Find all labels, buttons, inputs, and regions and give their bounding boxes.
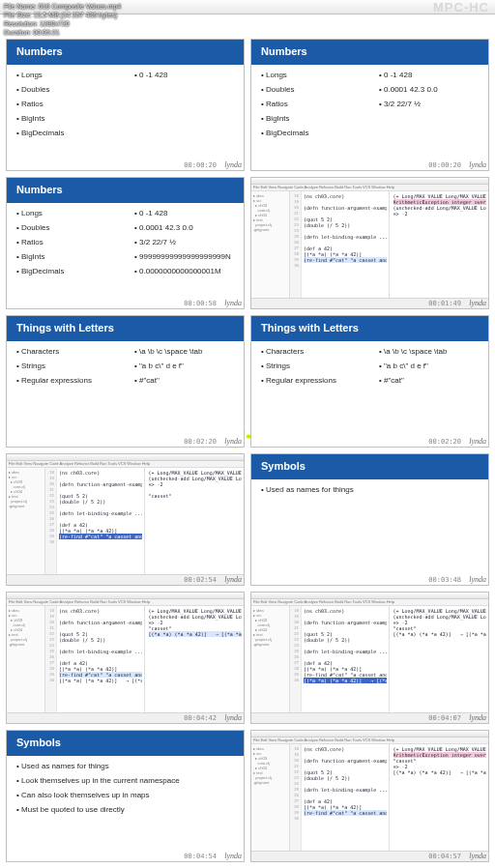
timecode: 00:02:20 [184, 438, 217, 446]
gutter: 18 19 20 21 22 23 24 25 26 27 28 29 30 [290, 744, 302, 852]
project-tree: ▸ idea ▸ src ▸ ch03 core.clj ▸ ch04 ▸ te… [251, 744, 290, 852]
ide-titlebar [7, 593, 244, 599]
editor-left: 18 19 20 21 22 23 24 25 26 27 28 29 30 (… [290, 744, 390, 852]
lynda-logo: lynda [224, 437, 242, 446]
symbols-list: Used as names for thingsLook themselves … [16, 762, 234, 820]
editor-right: (+ Long/MAX_VALUE Long/MAX_VALUE) Arithm… [390, 744, 489, 852]
timecode: 00:02:54 [184, 576, 217, 584]
timecode: 00:04:57 [428, 853, 461, 860]
editor-left: 18 19 20 21 22 23 24 25 26 27 28 29 30 (… [45, 468, 145, 575]
slide-title: Symbols [251, 454, 488, 479]
gutter: 18 19 20 21 22 23 24 25 26 27 28 29 30 [45, 468, 57, 575]
lynda-logo: lynda [469, 299, 486, 307]
thumb-letters-1[interactable]: Things with Letters CharactersStringsReg… [6, 315, 245, 448]
thumb-symbols-1[interactable]: Symbols Used as names for things 00:03:4… [250, 453, 489, 586]
letters-left: CharactersStringsRegular expressions [16, 347, 121, 391]
project-tree: ▸ idea ▸ src ▸ ch03 core.clj ▸ ch04 ▸ te… [251, 606, 290, 713]
lynda-logo: lynda [469, 437, 486, 446]
ide-menubar: File Edit View Navigate Code Analyze Ref… [251, 738, 488, 744]
lynda-logo: lynda [469, 852, 486, 860]
gutter: 18 19 20 21 22 23 24 25 26 27 28 29 30 [290, 191, 302, 299]
thumb-symbols-2[interactable]: Symbols Used as names for thingsLook the… [6, 730, 245, 862]
project-tree: ▸ idea ▸ src ▸ ch03 core.clj ▸ ch04 ▸ te… [7, 606, 45, 713]
timecode: 00:00:20 [428, 161, 461, 169]
app-brand: MPC-HC [433, 0, 489, 14]
ide-titlebar [251, 178, 488, 185]
timecode: 00:01:49 [428, 300, 461, 307]
lynda-logo: lynda [469, 713, 486, 722]
editor-right: (+ Long/MAX_VALUE Long/MAX_VALUE) (unche… [145, 468, 245, 575]
numbers-right: 0 -1 4280.0001 42.3 0.03/2 22/7 ½ [379, 71, 483, 143]
thumb-numbers-2[interactable]: Numbers LongsDoublesRatiosBigIntsBigDeci… [250, 39, 489, 171]
timecode: 00:00:58 [184, 300, 217, 307]
slide-title: Things with Letters [251, 316, 488, 341]
project-tree: ▸ idea ▸ src ▸ ch03 core.clj ▸ ch04 ▸ te… [251, 191, 290, 299]
lynda-logo: lynda [224, 160, 242, 169]
slide-title: Numbers [251, 40, 488, 65]
timecode: 00:02:20 [428, 438, 461, 446]
numbers-left: LongsDoublesRatiosBigIntsBigDecimals [16, 209, 121, 281]
code-right: (+ Long/MAX_VALUE Long/MAX_VALUE) (unche… [149, 470, 243, 499]
timecode: 00:04:07 [428, 714, 461, 722]
thumbnail-grid: Numbers LongsDoublesRatiosBigIntsBigDeci… [6, 39, 489, 862]
code-left: (ns ch03.core) (defn function-argument-e… [59, 470, 142, 539]
editor-right: (+ Long/MAX_VALUE Long/MAX_VALUE) (unche… [390, 606, 489, 713]
editor-left: 18 19 20 21 22 23 24 25 26 27 28 29 30 (… [290, 191, 390, 299]
thumb-numbers-3[interactable]: Numbers LongsDoublesRatiosBigIntsBigDeci… [6, 177, 245, 309]
ide-menubar: File Edit View Navigate Code Analyze Ref… [251, 599, 488, 606]
thumb-numbers-1[interactable]: Numbers LongsDoublesRatiosBigIntsBigDeci… [6, 39, 245, 171]
timecode: 00:00:20 [184, 161, 217, 169]
gutter: 18 19 20 21 22 23 24 25 26 27 28 29 30 [290, 606, 302, 713]
letters-right: \a \b \c \space \tab"a b c\" d e f"#"cat… [134, 347, 239, 391]
lynda-logo: lynda [469, 160, 486, 169]
project-tree: ▸ idea ▸ src ▸ ch03 core.clj ▸ ch04 ▸ te… [7, 468, 45, 575]
thumb-ide-2[interactable]: File Edit View Navigate Code Analyze Ref… [6, 453, 245, 586]
editor-left: 18 19 20 21 22 23 24 25 26 27 28 29 30 (… [290, 606, 390, 713]
thumb-ide-1[interactable]: File Edit View Navigate Code Analyze Ref… [250, 177, 489, 309]
thumb-ide-3[interactable]: File Edit View Navigate Code Analyze Ref… [6, 592, 245, 724]
slide-title: Things with Letters [7, 316, 244, 341]
editor-right: (+ Long/MAX_VALUE Long/MAX_VALUE) (unche… [145, 606, 245, 713]
code-right: (+ Long/MAX_VALUE Long/MAX_VALUE) (unche… [149, 608, 243, 637]
lynda-logo: lynda [224, 852, 242, 860]
code-right: (+ Long/MAX_VALUE Long/MAX_VALUE) Arithm… [393, 746, 487, 775]
numbers-left: LongsDoublesRatiosBigIntsBigDecimals [261, 71, 365, 143]
code-left: (ns ch03.core) (defn function-argument-e… [304, 746, 387, 816]
lynda-logo: lynda [224, 713, 242, 722]
timecode: 00:03:48 [428, 576, 461, 584]
letters-left: CharactersStringsRegular expressions [261, 347, 365, 391]
code-left: (ns ch03.core) (defn function-argument-e… [304, 193, 387, 263]
editor-right: (+ Long/MAX_VALUE Long/MAX_VALUE) Arithm… [390, 191, 489, 299]
timecode: 00:04:42 [184, 714, 217, 722]
lynda-logo: lynda [224, 299, 242, 307]
letters-right: \a \b \c \space \tab"a b c\" d e f"#"cat… [379, 347, 483, 391]
lynda-logo: lynda [224, 575, 242, 584]
numbers-right: 0 -1 4280.0001 42.3 0.03/2 22/7 ½9999999… [134, 209, 239, 281]
code-right: (+ Long/MAX_VALUE Long/MAX_VALUE) (unche… [393, 608, 487, 637]
ide-titlebar [251, 731, 488, 738]
numbers-left: LongsDoublesRatiosBigIntsBigDecimals [16, 71, 121, 143]
editor-left: 18 19 20 21 22 23 24 25 26 27 28 29 30 (… [45, 606, 145, 713]
slide-title: Numbers [7, 40, 244, 65]
slide-title: Symbols [7, 731, 244, 756]
file-meta-overlay: File Name: 018 Composite Values.mp4 File… [4, 2, 121, 37]
timecode: 00:04:54 [184, 853, 217, 860]
numbers-right: 0 -1 428 [134, 71, 239, 143]
ide-menubar: File Edit View Navigate Code Analyze Ref… [251, 185, 488, 191]
ide-menubar: File Edit View Navigate Code Analyze Ref… [7, 461, 244, 468]
slide-title: Numbers [7, 178, 244, 203]
code-left: (ns ch03.core) (defn function-argument-e… [59, 608, 142, 683]
ide-menubar: File Edit View Navigate Code Analyze Ref… [7, 599, 244, 606]
player-window: MPC-HC File Name: 018 Composite Values.m… [0, 0, 495, 868]
thumb-letters-2[interactable]: Things with Letters CharactersStringsReg… [250, 315, 489, 448]
thumb-ide-5[interactable]: File Edit View Navigate Code Analyze Ref… [250, 730, 489, 862]
thumb-ide-4[interactable]: File Edit View Navigate Code Analyze Ref… [250, 592, 489, 724]
code-left: (ns ch03.core) (defn function-argument-e… [304, 608, 387, 683]
gutter: 18 19 20 21 22 23 24 25 26 27 28 29 30 [45, 606, 57, 713]
code-right: (+ Long/MAX_VALUE Long/MAX_VALUE) Arithm… [393, 193, 487, 217]
ide-titlebar [251, 593, 488, 599]
symbols-list: Used as names for things [261, 485, 479, 500]
lynda-logo: lynda [469, 575, 486, 584]
ide-titlebar [7, 454, 244, 461]
